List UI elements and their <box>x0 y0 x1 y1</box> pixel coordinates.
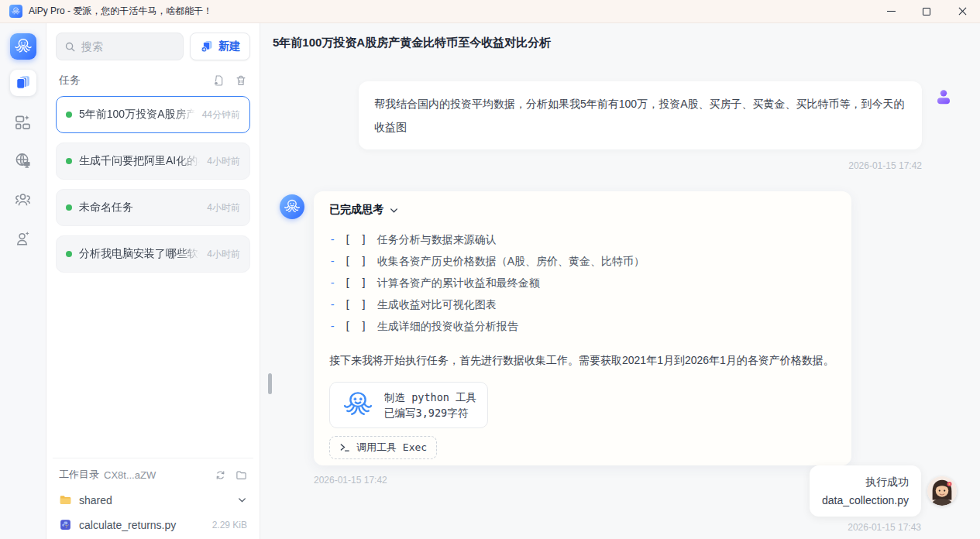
octopus-avatar-icon <box>283 197 301 216</box>
task-item[interactable]: 未命名任务 4小时前 <box>56 189 250 226</box>
checkbox-glyph: [ ] <box>344 228 368 250</box>
thinking-label: 已完成思考 <box>329 203 383 217</box>
checklist-item: - [ ] 生成详细的投资收益分析报告 <box>329 315 836 337</box>
rail-item-agent[interactable] <box>10 225 36 251</box>
checklist-text: 生成收益对比可视化图表 <box>377 294 497 315</box>
checklist-item: - [ ] 生成收益对比可视化图表 <box>329 294 836 315</box>
task-panel: 新建 任务 5年前100万投资A股房产 44分钟前 <box>46 23 260 539</box>
task-item[interactable]: 生成千问要把阿里AI化的小 4小时前 <box>56 142 250 180</box>
exec-tool-label: 调用工具 Exec <box>356 441 427 455</box>
user-timestamp: 2026-01-15 17:42 <box>260 160 922 171</box>
octopus-tool-icon <box>341 388 375 422</box>
assistant-timestamp: 2026-01-15 17:42 <box>314 475 387 486</box>
chevron-down-icon <box>389 205 399 215</box>
tool-title: 制造 python 工具 <box>384 390 476 405</box>
woman-avatar-image <box>927 476 957 506</box>
file-row-script[interactable]: calculate_returns.py 2.29 KiB <box>59 518 247 531</box>
workdir-label: 工作目录 <box>59 468 99 482</box>
chat-main: 5年前100万投资A股房产黄金比特币至今收益对比分析 帮我结合国内的投资平均数据… <box>260 23 980 539</box>
status-dot <box>66 112 72 118</box>
scrollbar-thumb[interactable] <box>268 373 272 394</box>
refresh-button[interactable] <box>215 469 226 481</box>
window-titlebar: AiPy Pro - 爱派，您的干活牛马，啥都能干！ <box>0 0 980 23</box>
folder-outline-icon <box>236 469 247 481</box>
folder-row-shared[interactable]: shared <box>59 493 247 506</box>
refresh-icon <box>215 469 226 481</box>
checkbox-glyph: [ ] <box>344 294 368 315</box>
open-folder-button[interactable] <box>236 469 247 481</box>
toast-card[interactable]: 执行成功 data_collection.py <box>810 465 921 517</box>
checklist-text: 收集各资产历史价格数据（A股、房价、黄金、比特币） <box>377 250 645 272</box>
task-title: 5年前100万投资A股房产 <box>79 108 195 122</box>
list-dash: - <box>329 294 335 315</box>
person-sparkle-icon <box>14 229 32 247</box>
python-file-icon <box>59 518 72 531</box>
close-icon <box>958 7 967 15</box>
close-button[interactable] <box>944 0 980 23</box>
rail-item-community[interactable] <box>10 186 36 212</box>
delete-tasks-button[interactable] <box>235 74 247 87</box>
checklist-text: 生成详细的投资收益分析报告 <box>377 315 518 337</box>
user-message-bubble: 帮我结合国内的投资平均数据，分析如果我5年前有100万，投资A股、买房子、买黄金… <box>359 81 922 149</box>
assistant-card: 已完成思考 - [ ] 任务分析与数据来源确认 - [ ] 收集各资产历史价格数… <box>314 191 851 465</box>
maximize-button[interactable] <box>909 0 944 23</box>
minimize-icon <box>887 11 896 12</box>
file-name: calculate_returns.py <box>79 519 205 531</box>
task-time: 4小时前 <box>207 201 240 215</box>
icon-rail <box>0 23 46 539</box>
minimize-button[interactable] <box>873 0 909 23</box>
folder-name: shared <box>79 494 230 506</box>
exec-tool-button[interactable]: 调用工具 Exec <box>329 436 437 459</box>
assistant-avatar <box>280 194 304 219</box>
task-title: 分析我电脑安装了哪些软件 <box>79 247 200 261</box>
list-dash: - <box>329 228 335 250</box>
user-message-row: 帮我结合国内的投资平均数据，分析如果我5年前有100万，投资A股、买房子、买黄金… <box>260 81 954 149</box>
clear-tasks-button[interactable] <box>212 74 225 87</box>
task-title: 未命名任务 <box>79 201 200 215</box>
task-time: 44分钟前 <box>202 108 240 122</box>
app-icon <box>9 5 22 18</box>
new-task-label: 新建 <box>218 39 240 53</box>
octopus-logo-icon <box>13 36 33 57</box>
status-dot <box>66 158 72 164</box>
rail-item-apps[interactable] <box>10 108 36 135</box>
search-icon <box>64 41 76 53</box>
workdir-path: CX8t...aZW <box>104 469 156 481</box>
chevron-down-icon <box>237 495 247 505</box>
file-size: 2.29 KiB <box>212 520 247 530</box>
toast-filename: data_collection.py <box>822 491 909 510</box>
page-title: 5年前100万投资A股房产黄金比特币至今收益对比分析 <box>273 36 980 50</box>
tasks-label: 任务 <box>59 74 81 88</box>
checkbox-glyph: [ ] <box>344 272 368 294</box>
tool-card[interactable]: 制造 python 工具 已编写3,929字符 <box>329 382 488 428</box>
tool-subtitle: 已编写3,929字符 <box>384 405 476 421</box>
trash-icon <box>235 74 247 87</box>
execution-toast: 执行成功 data_collection.py <box>810 465 957 533</box>
task-item[interactable]: 5年前100万投资A股房产 44分钟前 <box>56 96 250 133</box>
task-time: 4小时前 <box>207 248 240 261</box>
rail-item-web[interactable] <box>10 147 36 173</box>
list-dash: - <box>329 315 335 337</box>
workdir-section: 工作目录 CX8t...aZW <box>53 458 253 534</box>
window-controls <box>873 0 980 23</box>
new-task-button[interactable]: 新建 <box>190 33 250 60</box>
task-title: 生成千问要把阿里AI化的小 <box>79 154 200 168</box>
clear-document-icon <box>212 74 225 87</box>
checklist-item: - [ ] 收集各资产历史价格数据（A股、房价、黄金、比特币） <box>329 250 836 272</box>
assistant-footer: 2026-01-15 17:42 <box>314 475 851 486</box>
search-input[interactable] <box>81 40 175 53</box>
thinking-checklist: - [ ] 任务分析与数据来源确认 - [ ] 收集各资产历史价格数据（A股、房… <box>329 228 836 337</box>
rail-item-home[interactable] <box>10 33 36 60</box>
checklist-text: 计算各资产的累计收益和最终金额 <box>377 272 540 294</box>
agent-avatar <box>927 476 957 506</box>
thinking-toggle[interactable]: 已完成思考 <box>329 203 836 217</box>
checkbox-glyph: [ ] <box>344 250 368 272</box>
rail-item-tasks[interactable] <box>10 70 36 96</box>
list-dash: - <box>329 250 335 272</box>
task-item[interactable]: 分析我电脑安装了哪些软件 4小时前 <box>56 235 250 273</box>
checklist-text: 任务分析与数据来源确认 <box>377 228 497 250</box>
assistant-paragraph: 接下来我将开始执行任务，首先进行数据收集工作。需要获取2021年1月到2026年… <box>329 352 836 369</box>
window-title: AiPy Pro - 爱派，您的干活牛马，啥都能干！ <box>29 5 212 18</box>
status-dot <box>66 251 72 257</box>
assistant-message-row: 已完成思考 - [ ] 任务分析与数据来源确认 - [ ] 收集各资产历史价格数… <box>280 191 980 465</box>
